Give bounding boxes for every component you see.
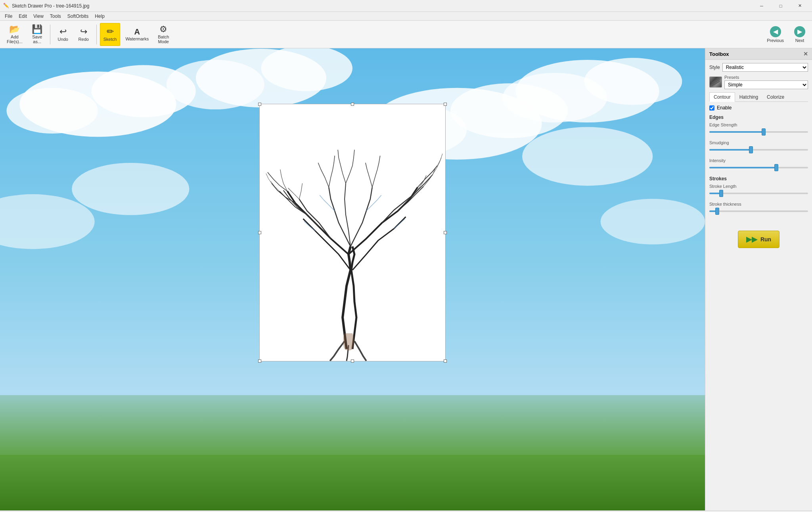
stroke-thickness-thumb[interactable]	[715, 208, 719, 215]
menu-file[interactable]: File	[2, 12, 15, 21]
sketch-frame[interactable]	[259, 104, 446, 361]
menu-softorbits[interactable]: SoftOrbits	[64, 12, 92, 21]
resize-handle-tm[interactable]	[351, 103, 354, 106]
style-row: Style Realistic Pencil Charcoal Ink	[709, 63, 808, 72]
tab-contour[interactable]: Contour	[709, 92, 735, 102]
svg-point-2	[91, 65, 195, 117]
presets-icon	[709, 76, 722, 88]
run-label: Run	[760, 236, 771, 243]
save-label: Saveas...	[32, 34, 42, 44]
menu-help[interactable]: Help	[92, 12, 108, 21]
stroke-thickness-track[interactable]	[709, 210, 808, 212]
edge-strength-fill	[709, 131, 764, 133]
undo-button[interactable]: ↩ Undo	[54, 23, 73, 46]
canvas-area	[0, 48, 705, 510]
smudging-slider-container	[709, 146, 808, 153]
title-bar: ✏️ Sketch Drawer Pro - tree-164915.jpg ─…	[0, 0, 812, 12]
svg-point-12	[503, 73, 607, 122]
batch-mode-button[interactable]: ⚙ BatchMode	[154, 23, 173, 46]
smudging-thumb[interactable]	[749, 146, 753, 153]
menu-tools[interactable]: Tools	[47, 12, 64, 21]
svg-point-6	[167, 60, 264, 109]
intensity-thumb[interactable]	[774, 164, 778, 171]
redo-button[interactable]: ↪ Redo	[74, 23, 93, 46]
svg-point-1	[19, 72, 176, 137]
sketch-icon: ✏	[107, 27, 114, 36]
resize-handle-ml[interactable]	[258, 231, 261, 234]
enable-row: Enable	[709, 105, 808, 111]
minimize-button[interactable]: ─	[753, 0, 771, 12]
tree-sketch-svg	[260, 104, 445, 361]
intensity-label: Intensity	[709, 158, 808, 163]
toolbox-title: Toolbox	[709, 51, 729, 57]
add-files-button[interactable]: 📂 AddFile(s)...	[3, 23, 26, 46]
resize-handle-tr[interactable]	[444, 103, 447, 106]
watermarks-icon: A	[134, 28, 140, 36]
svg-point-14	[522, 127, 653, 186]
tab-colorize[interactable]: Colorize	[762, 92, 789, 101]
intensity-slider-container	[709, 164, 808, 171]
stroke-thickness-label: Stroke thickness	[709, 202, 808, 206]
presets-select-container: Presets Simple Detailed Soft Hard	[724, 75, 808, 89]
stroke-length-track[interactable]	[709, 193, 808, 194]
close-button[interactable]: ✕	[791, 0, 809, 12]
nav-area: ◀ Previous ▶ Next	[763, 24, 809, 45]
edge-strength-track[interactable]	[709, 131, 808, 133]
resize-handle-mr[interactable]	[444, 231, 447, 234]
resize-handle-br[interactable]	[444, 359, 447, 363]
next-button[interactable]: ▶ Next	[791, 24, 809, 45]
run-arrow-icon: ▶▶	[746, 235, 757, 244]
maximize-button[interactable]: □	[772, 0, 790, 12]
enable-checkbox[interactable]	[709, 105, 714, 111]
window-controls: ─ □ ✕	[753, 0, 809, 12]
toolbox-header: Toolbox ✕	[705, 48, 812, 60]
edge-strength-label: Edge Strength	[709, 122, 808, 127]
smudging-label: Smudging	[709, 140, 808, 145]
menu-bar: File Edit View Tools SoftOrbits Help	[0, 12, 812, 21]
menu-view[interactable]: View	[30, 12, 47, 21]
sketch-button[interactable]: ✏ Sketch	[100, 23, 121, 46]
watermarks-button[interactable]: A Watermarks	[122, 23, 152, 46]
previous-icon: ◀	[770, 26, 781, 37]
tabs: Contour Hatching Colorize	[709, 92, 808, 102]
style-select[interactable]: Realistic Pencil Charcoal Ink	[722, 63, 808, 72]
toolbox-close-button[interactable]: ✕	[803, 51, 808, 57]
resize-handle-bm[interactable]	[351, 359, 354, 363]
toolbox-content: Style Realistic Pencil Charcoal Ink	[705, 60, 812, 254]
presets-row: Presets Simple Detailed Soft Hard	[709, 75, 808, 89]
intensity-track[interactable]	[709, 167, 808, 168]
undo-label: Undo	[58, 37, 68, 42]
previous-button[interactable]: ◀ Previous	[763, 24, 787, 45]
smudging-track[interactable]	[709, 149, 808, 151]
strokes-title: Strokes	[709, 176, 808, 181]
undo-icon: ↩	[59, 27, 67, 36]
menu-edit[interactable]: Edit	[15, 12, 30, 21]
tab-hatching[interactable]: Hatching	[735, 92, 762, 101]
add-files-label: AddFile(s)...	[7, 34, 23, 44]
next-label: Next	[795, 38, 804, 43]
intensity-fill	[709, 167, 776, 168]
app-icon: ✏️	[3, 3, 10, 9]
resize-handle-bl[interactable]	[258, 359, 261, 363]
main-area: Toolbox ✕ Style Realistic Pencil Charcoa…	[0, 48, 812, 510]
stroke-thickness-row: Stroke thickness	[709, 202, 808, 215]
run-button[interactable]: ▶▶ Run	[738, 231, 779, 248]
save-icon: 💾	[32, 25, 42, 34]
batch-mode-label: BatchMode	[158, 34, 169, 44]
svg-point-4	[196, 49, 326, 107]
stroke-thickness-slider-container	[709, 208, 808, 215]
edge-strength-slider-container	[709, 128, 808, 136]
stroke-length-thumb[interactable]	[719, 190, 723, 197]
stroke-length-row: Stroke Length	[709, 184, 808, 197]
edge-strength-row: Edge Strength	[709, 122, 808, 136]
presets-select[interactable]: Simple Detailed Soft Hard	[724, 80, 808, 89]
edges-title: Edges	[709, 115, 808, 120]
intensity-row: Intensity	[709, 158, 808, 171]
edge-strength-thumb[interactable]	[762, 128, 766, 136]
save-as-button[interactable]: 💾 Saveas...	[28, 23, 47, 46]
smudging-fill	[709, 149, 751, 151]
svg-point-3	[6, 88, 98, 134]
resize-handle-tl[interactable]	[258, 103, 261, 106]
style-label: Style	[709, 65, 720, 70]
svg-point-10	[516, 60, 659, 122]
